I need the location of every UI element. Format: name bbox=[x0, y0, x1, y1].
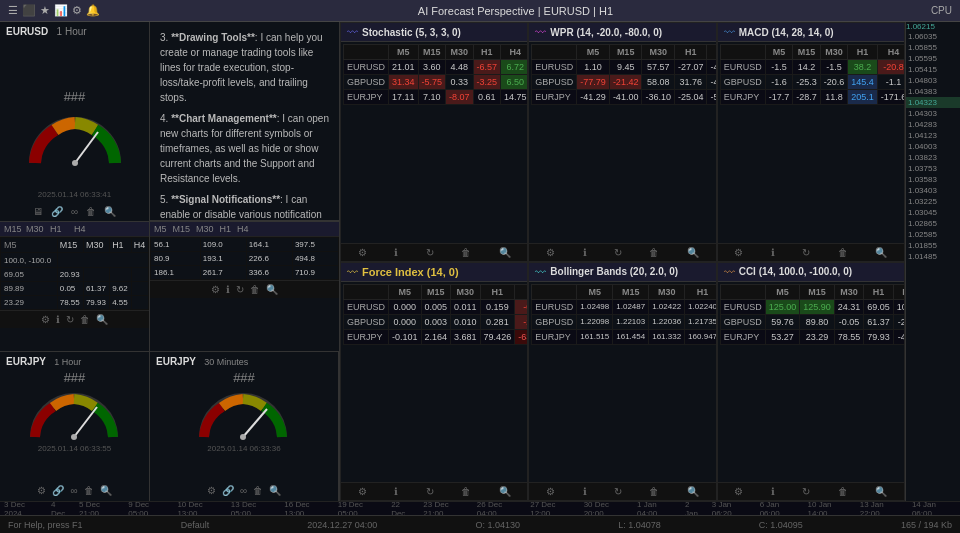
tl-8: 19 Dec 05:00 bbox=[338, 501, 383, 515]
wpr-delete-icon[interactable]: 🗑 bbox=[649, 247, 659, 258]
svg-text:Price to: Price to bbox=[28, 172, 52, 173]
force-search-icon[interactable]: 🔍 bbox=[499, 486, 511, 497]
search2-icon[interactable]: 🔍 bbox=[96, 314, 108, 325]
settings-icon[interactable]: ⚙ bbox=[72, 4, 82, 17]
price-10: 1.04283 bbox=[906, 119, 960, 130]
bollinger-table-wrapper: M5M15M30H1H4 EURUSD 1.024981.024871.0242… bbox=[529, 282, 715, 483]
price-8: 1.04323 bbox=[906, 97, 960, 108]
price-13: 1.03823 bbox=[906, 152, 960, 163]
star-icon[interactable]: ★ bbox=[40, 4, 50, 17]
macd-search-icon[interactable]: 🔍 bbox=[875, 247, 887, 258]
wpr-info-icon[interactable]: ℹ bbox=[583, 247, 587, 258]
stoch-search-icon[interactable]: 🔍 bbox=[499, 247, 511, 258]
force-table: M5M15M30H1H4 EURUSD 0.0000.0050.0110.159… bbox=[343, 284, 527, 345]
force-delete-icon[interactable]: 🗑 bbox=[461, 486, 471, 497]
wpr-icon: 〰 bbox=[535, 26, 546, 38]
help-text: For Help, press F1 bbox=[8, 520, 83, 530]
tl-5: 10 Dec 13:00 bbox=[177, 501, 222, 515]
refresh-icon[interactable]: ↻ bbox=[66, 314, 74, 325]
delete2-icon[interactable]: 🗑 bbox=[250, 284, 260, 295]
cci-refresh-icon[interactable]: ↻ bbox=[802, 486, 810, 497]
price-2: 1.06035 bbox=[906, 31, 960, 42]
chart-icon[interactable]: ⬛ bbox=[22, 4, 36, 17]
eurjpy30m-ts: 2025.01.14 06:33:36 bbox=[207, 444, 280, 453]
settings-footer-icon[interactable]: ⚙ bbox=[41, 314, 50, 325]
wpr-search-icon[interactable]: 🔍 bbox=[687, 247, 699, 258]
boll-search-icon[interactable]: 🔍 bbox=[687, 486, 699, 497]
alert-icon[interactable]: 🔔 bbox=[86, 4, 100, 17]
force-title: Force Index (14, 0) bbox=[362, 266, 459, 278]
info-icon[interactable]: ℹ bbox=[56, 314, 60, 325]
eurjpy1h-val: ### bbox=[64, 370, 86, 385]
bollinger-footer: ⚙ ℹ ↻ 🗑 🔍 bbox=[529, 482, 715, 500]
del3-icon[interactable]: 🗑 bbox=[84, 485, 94, 496]
force-settings-icon[interactable]: ⚙ bbox=[358, 486, 367, 497]
info2-icon[interactable]: ℹ bbox=[226, 284, 230, 295]
cci-widget: 〰 CCI (14, 100.0, -100.0, 0) M5M15M30H1H… bbox=[717, 262, 905, 502]
bollinger-widget: 〰 Bollinger Bands (20, 2.0, 0) M5M15M30H… bbox=[528, 262, 716, 502]
monitor-icon[interactable]: 🖥 bbox=[33, 206, 43, 217]
inf3-icon[interactable]: ∞ bbox=[240, 485, 247, 496]
force-refresh-icon[interactable]: ↻ bbox=[426, 486, 434, 497]
delete-icon[interactable]: 🗑 bbox=[80, 314, 90, 325]
wpr-footer: ⚙ ℹ ↻ 🗑 🔍 bbox=[529, 243, 715, 261]
srch4-icon[interactable]: 🔍 bbox=[100, 485, 112, 496]
set3-icon[interactable]: ⚙ bbox=[207, 485, 216, 496]
bottom-charts-row: EURJPY 1 Hour ### Sell Buy bbox=[0, 352, 339, 501]
bollinger-table: M5M15M30H1H4 EURUSD 1.024981.024871.0242… bbox=[531, 284, 715, 345]
stoch-info-icon[interactable]: ℹ bbox=[394, 247, 398, 258]
lnk3-icon[interactable]: 🔗 bbox=[222, 485, 234, 496]
inf2-icon[interactable]: ∞ bbox=[70, 485, 77, 496]
macd-delete-icon[interactable]: 🗑 bbox=[838, 247, 848, 258]
boll-settings-icon[interactable]: ⚙ bbox=[546, 486, 555, 497]
price-12: 1.04003 bbox=[906, 141, 960, 152]
price-5: 1.05415 bbox=[906, 64, 960, 75]
menu-icon[interactable]: ☰ bbox=[8, 4, 18, 17]
eurjpy30m-gauge: Sell Buy bbox=[194, 389, 294, 444]
cci-delete-icon[interactable]: 🗑 bbox=[838, 486, 848, 497]
settings2-footer-icon[interactable]: ⚙ bbox=[211, 284, 220, 295]
tl-6: 13 Dec 05:00 bbox=[231, 501, 276, 515]
eurusd-chart-icons: 🖥 🔗 ∞ 🗑 🔍 bbox=[0, 206, 149, 217]
cci-settings-icon[interactable]: ⚙ bbox=[734, 486, 743, 497]
stoch-settings-icon[interactable]: ⚙ bbox=[358, 247, 367, 258]
svg-line-6 bbox=[74, 407, 97, 437]
cci-icon: 〰 bbox=[724, 266, 735, 278]
stoch-delete-icon[interactable]: 🗑 bbox=[461, 247, 471, 258]
macd-title: MACD (14, 28, 14, 0) bbox=[739, 27, 834, 38]
force-table-wrapper: M5M15M30H1H4 EURUSD 0.0000.0050.0110.159… bbox=[341, 282, 527, 483]
macd-settings-icon[interactable]: ⚙ bbox=[734, 247, 743, 258]
link-icon[interactable]: 🔗 bbox=[51, 206, 63, 217]
refresh2-icon[interactable]: ↻ bbox=[236, 284, 244, 295]
stoch-refresh-icon[interactable]: ↻ bbox=[426, 247, 434, 258]
tl-10: 23 Dec 21:00 bbox=[423, 501, 468, 515]
search3-icon[interactable]: 🔍 bbox=[266, 284, 278, 295]
macd-refresh-icon[interactable]: ↻ bbox=[802, 247, 810, 258]
indicator-icon[interactable]: 📊 bbox=[54, 4, 68, 17]
boll-delete-icon[interactable]: 🗑 bbox=[649, 486, 659, 497]
macd-info-icon[interactable]: ℹ bbox=[771, 247, 775, 258]
tl-3: 5 Dec 21:00 bbox=[79, 501, 120, 515]
cci-search-icon[interactable]: 🔍 bbox=[875, 486, 887, 497]
mon2-icon[interactable]: ⚙ bbox=[37, 485, 46, 496]
macd-header: 〰 MACD (14, 28, 14, 0) bbox=[718, 23, 904, 42]
eurjpy30m-tf: 30 Minutes bbox=[204, 357, 248, 367]
boll-info-icon[interactable]: ℹ bbox=[583, 486, 587, 497]
eurjpy1h-symbol: EURJPY bbox=[6, 356, 46, 367]
srch5-icon[interactable]: 🔍 bbox=[269, 485, 281, 496]
wpr-settings-icon[interactable]: ⚙ bbox=[546, 247, 555, 258]
wpr-refresh-icon[interactable]: ↻ bbox=[614, 247, 622, 258]
trash-icon[interactable]: 🗑 bbox=[86, 206, 96, 217]
zoom-icon[interactable]: 🔍 bbox=[104, 206, 116, 217]
force-icon: 〰 bbox=[347, 266, 358, 278]
del4-icon[interactable]: 🗑 bbox=[253, 485, 263, 496]
bollinger-header: 〰 Bollinger Bands (20, 2.0, 0) bbox=[529, 263, 715, 282]
stochastic-footer: ⚙ ℹ ↻ 🗑 🔍 bbox=[341, 243, 527, 261]
tl-19: 13 Jan 22:00 bbox=[860, 501, 904, 515]
force-info-icon[interactable]: ℹ bbox=[394, 486, 398, 497]
cci-info-icon[interactable]: ℹ bbox=[771, 486, 775, 497]
infinity-icon[interactable]: ∞ bbox=[71, 206, 78, 217]
lnk2-icon[interactable]: 🔗 bbox=[52, 485, 64, 496]
macd-footer: ⚙ ℹ ↻ 🗑 🔍 bbox=[718, 243, 904, 261]
boll-refresh-icon[interactable]: ↻ bbox=[614, 486, 622, 497]
